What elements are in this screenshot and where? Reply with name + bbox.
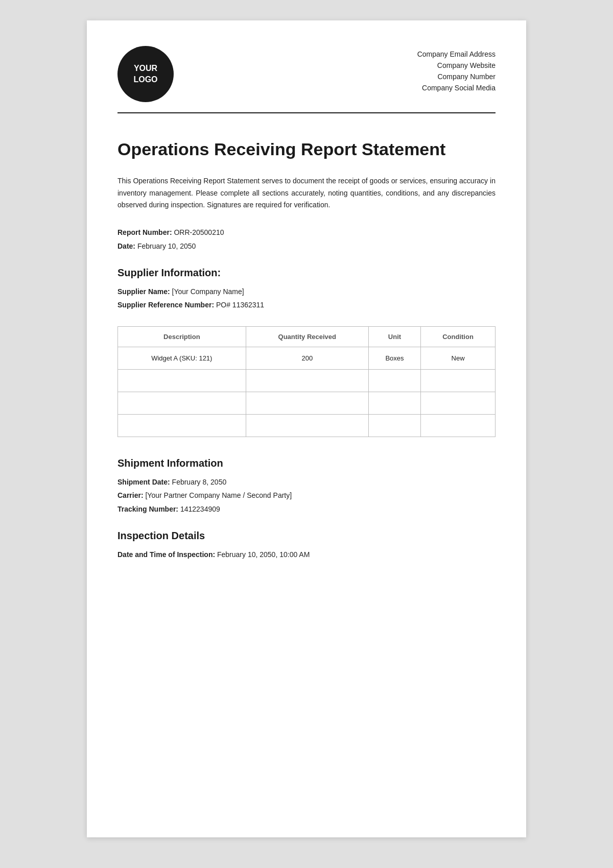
- col-unit: Unit: [368, 326, 420, 347]
- inspection-section-heading: Inspection Details: [117, 530, 496, 542]
- table-cell: [246, 414, 368, 437]
- items-table: Description Quantity Received Unit Condi…: [117, 326, 496, 437]
- table-cell: Widget A (SKU: 121): [118, 347, 246, 369]
- inspection-section: Inspection Details Date and Time of Insp…: [117, 530, 496, 560]
- table-cell: [368, 414, 420, 437]
- tracking-label: Tracking Number:: [117, 505, 178, 513]
- company-email-label: Company Email Address: [417, 50, 496, 58]
- shipment-date-value: February 8, 2050: [172, 478, 227, 486]
- table-header-row: Description Quantity Received Unit Condi…: [118, 326, 496, 347]
- supplier-section: Supplier Information: Supplier Name: [Yo…: [117, 267, 496, 311]
- tracking-value: 1412234909: [180, 505, 220, 513]
- table-cell: [368, 369, 420, 392]
- company-number-label: Company Number: [417, 73, 496, 81]
- document-description: This Operations Receiving Report Stateme…: [117, 175, 496, 211]
- inspection-datetime-line: Date and Time of Inspection: February 10…: [117, 549, 496, 560]
- table-cell: [421, 392, 496, 414]
- table-row: [118, 392, 496, 414]
- table-row: Widget A (SKU: 121)200BoxesNew: [118, 347, 496, 369]
- supplier-ref-value: PO# 11362311: [216, 301, 264, 309]
- inspection-datetime-value: February 10, 2050, 10:00 AM: [217, 550, 310, 559]
- col-quantity: Quantity Received: [246, 326, 368, 347]
- tracking-line: Tracking Number: 1412234909: [117, 503, 496, 515]
- supplier-name-label: Supplier Name:: [117, 287, 170, 296]
- report-number-value: ORR-20500210: [174, 228, 224, 236]
- page-container: YOUR LOGO Company Email Address Company …: [87, 20, 526, 837]
- table-cell: [421, 414, 496, 437]
- col-description: Description: [118, 326, 246, 347]
- carrier-line: Carrier: [Your Partner Company Name / Se…: [117, 490, 496, 501]
- supplier-ref-line: Supplier Reference Number: PO# 11362311: [117, 299, 496, 310]
- table-row: [118, 369, 496, 392]
- header: YOUR LOGO Company Email Address Company …: [117, 46, 496, 102]
- date-line: Date: February 10, 2050: [117, 240, 496, 252]
- report-meta: Report Number: ORR-20500210 Date: Februa…: [117, 227, 496, 252]
- header-divider: [117, 112, 496, 113]
- shipment-section-heading: Shipment Information: [117, 457, 496, 469]
- shipment-section: Shipment Information Shipment Date: Febr…: [117, 457, 496, 515]
- table-cell: [246, 392, 368, 414]
- logo-line1: YOUR: [134, 63, 157, 74]
- table-cell: [118, 392, 246, 414]
- inspection-datetime-label: Date and Time of Inspection:: [117, 550, 215, 559]
- document-title: Operations Receiving Report Statement: [117, 139, 496, 160]
- company-website-label: Company Website: [417, 61, 496, 69]
- company-logo: YOUR LOGO: [117, 46, 174, 102]
- table-cell: Boxes: [368, 347, 420, 369]
- report-number-label: Report Number:: [117, 228, 172, 236]
- carrier-label: Carrier:: [117, 491, 144, 499]
- carrier-value: [Your Partner Company Name / Second Part…: [145, 491, 292, 499]
- table-cell: [421, 369, 496, 392]
- table-cell: [368, 392, 420, 414]
- date-value: February 10, 2050: [137, 242, 196, 250]
- supplier-name-line: Supplier Name: [Your Company Name]: [117, 286, 496, 297]
- supplier-name-value: [Your Company Name]: [172, 287, 244, 296]
- table-cell: [118, 414, 246, 437]
- table-row: [118, 414, 496, 437]
- supplier-ref-label: Supplier Reference Number:: [117, 301, 214, 309]
- table-cell: [118, 369, 246, 392]
- supplier-section-heading: Supplier Information:: [117, 267, 496, 279]
- company-info-block: Company Email Address Company Website Co…: [417, 46, 496, 92]
- shipment-date-line: Shipment Date: February 8, 2050: [117, 476, 496, 488]
- table-cell: [246, 369, 368, 392]
- report-number-line: Report Number: ORR-20500210: [117, 227, 496, 238]
- table-cell: New: [421, 347, 496, 369]
- col-condition: Condition: [421, 326, 496, 347]
- table-cell: 200: [246, 347, 368, 369]
- shipment-date-label: Shipment Date:: [117, 478, 170, 486]
- date-label: Date:: [117, 242, 135, 250]
- company-social-label: Company Social Media: [417, 84, 496, 92]
- logo-line2: LOGO: [133, 74, 157, 85]
